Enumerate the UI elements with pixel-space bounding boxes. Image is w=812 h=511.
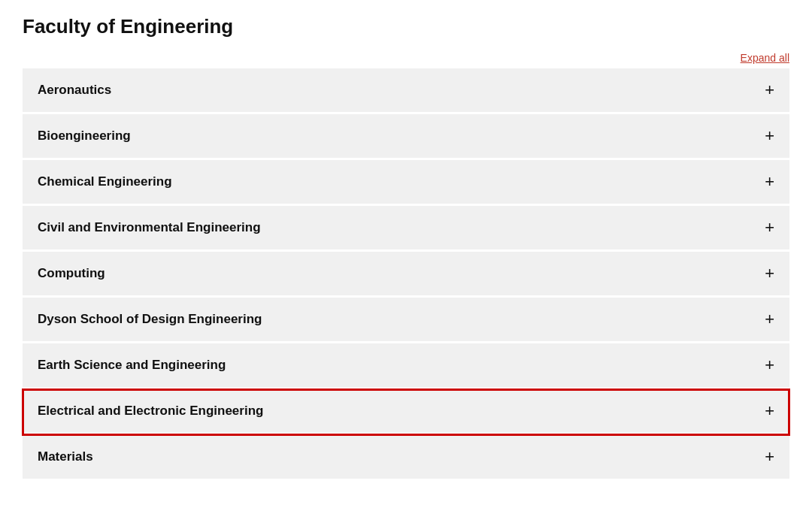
expand-icon: + bbox=[765, 265, 774, 282]
expand-icon: + bbox=[765, 174, 774, 190]
accordion-item-bioengineering[interactable]: Bioengineering+ bbox=[23, 114, 789, 160]
expand-icon: + bbox=[765, 449, 774, 465]
accordion-item-label: Bioengineering bbox=[38, 129, 131, 144]
accordion-item-computing[interactable]: Computing+ bbox=[23, 252, 789, 298]
expand-icon: + bbox=[765, 219, 774, 236]
accordion-item-label: Civil and Environmental Engineering bbox=[38, 220, 261, 235]
accordion-item-label: Dyson School of Design Engineering bbox=[38, 312, 262, 327]
expand-all-link[interactable]: Expand all bbox=[741, 52, 789, 64]
accordion-item-materials[interactable]: Materials+ bbox=[23, 435, 789, 481]
accordion-item-chemical-engineering[interactable]: Chemical Engineering+ bbox=[23, 160, 789, 206]
accordion-item-earth-science[interactable]: Earth Science and Engineering+ bbox=[23, 343, 789, 389]
accordion-item-label: Electrical and Electronic Engineering bbox=[38, 404, 263, 419]
page-title: Faculty of Engineering bbox=[23, 15, 789, 38]
accordion-item-label: Materials bbox=[38, 449, 93, 464]
expand-icon: + bbox=[765, 311, 774, 328]
accordion-item-dyson[interactable]: Dyson School of Design Engineering+ bbox=[23, 298, 789, 343]
accordion-item-civil-environmental[interactable]: Civil and Environmental Engineering+ bbox=[23, 206, 789, 252]
expand-icon: + bbox=[765, 128, 774, 144]
expand-icon: + bbox=[765, 403, 774, 419]
accordion-item-label: Computing bbox=[38, 266, 105, 281]
accordion-item-electrical-electronic[interactable]: Electrical and Electronic Engineering+ bbox=[23, 389, 789, 435]
expand-icon: + bbox=[765, 357, 774, 373]
accordion-item-label: Aeronautics bbox=[38, 83, 111, 98]
accordion-item-aeronautics[interactable]: Aeronautics+ bbox=[23, 68, 789, 114]
expand-icon: + bbox=[765, 82, 774, 98]
accordion-item-label: Chemical Engineering bbox=[38, 174, 172, 189]
accordion-item-label: Earth Science and Engineering bbox=[38, 358, 226, 373]
expand-all-row: Expand all bbox=[23, 52, 789, 64]
accordion-list: Aeronautics+Bioengineering+Chemical Engi… bbox=[23, 68, 789, 481]
